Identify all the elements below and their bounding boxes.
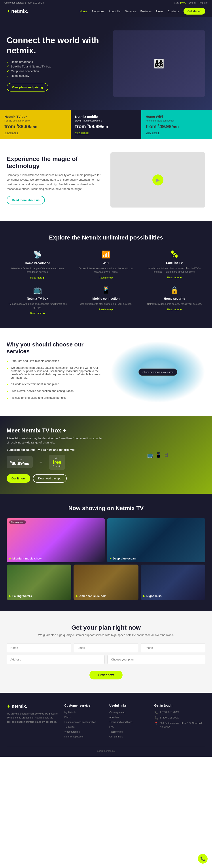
- footer-bottom: socialthemes.co: [7, 746, 205, 752]
- shows-bottom-row: Falling Waters American slide box Night …: [7, 564, 205, 600]
- experience-description: Company trustworthiness and service reli…: [7, 173, 102, 191]
- hero-photo: 👨‍👩‍👧‍👦: [113, 30, 205, 97]
- explore-mobile: 📱 Mobile connection Use our router to st…: [75, 286, 137, 315]
- nav-features[interactable]: Features: [140, 10, 152, 13]
- order-now-button[interactable]: Order now: [89, 671, 123, 679]
- service-card-mobile: Netmix mobile stay in touch everywhere f…: [71, 110, 141, 139]
- plan-input[interactable]: [107, 655, 205, 664]
- service-card-link[interactable]: View plans ▶: [146, 131, 160, 134]
- explore-wifi: 📶 WiFi Access internet service around yo…: [75, 250, 137, 279]
- service-card-link[interactable]: View plans ▶: [4, 131, 19, 134]
- plus-separator: +: [39, 459, 43, 465]
- explore-item-title: Home security: [143, 297, 205, 300]
- explore-item-title: Home broadband: [7, 261, 69, 265]
- explore-title: Explore the Netmix unlimited possibiliti…: [7, 234, 205, 242]
- explore-item-link[interactable]: Read more ▶: [99, 308, 113, 311]
- phone-input[interactable]: [141, 643, 205, 652]
- explore-item-desc: Use our router to stay online on all you…: [75, 302, 137, 306]
- service-card-title: Home WiFi: [146, 115, 208, 118]
- get-plan-description: We guarantee high-quality customer suppo…: [7, 633, 205, 637]
- phone-icon: 📞: [154, 711, 158, 714]
- top-bar-right: Cart: $0.00 Log In Register: [174, 1, 208, 4]
- footer-phone-2: 📞 1 (800) 116 20 20: [154, 716, 205, 720]
- explore-item-title: Satellite TV: [143, 261, 205, 265]
- email-input[interactable]: [74, 643, 138, 652]
- footer-cs-link[interactable]: TV Guide: [64, 725, 74, 728]
- explore-item-link[interactable]: Read more ▶: [167, 276, 182, 279]
- view-plans-button[interactable]: View plans and pricing: [7, 83, 48, 92]
- tvbox-title: Meet Netmix TV box +: [7, 427, 102, 434]
- feature-item: Home security: [7, 74, 106, 78]
- footer-ul-link[interactable]: Terms and conditions: [109, 721, 132, 723]
- footer-ul-link[interactable]: Testimonials: [109, 731, 123, 733]
- top-bar: Customer service: 1 (800) 310 20 20 Cart…: [0, 0, 212, 5]
- show-title: Falling Waters: [9, 594, 32, 598]
- wifi-icon: 📶: [75, 250, 137, 259]
- explore-broadband: 📡 Home broadband We offer a fantastic ra…: [7, 250, 69, 279]
- footer-address: 📍 926 Patterson ave. office 127 New Holl…: [154, 721, 205, 728]
- satellite-icon: 🛰: [143, 250, 205, 258]
- show-card-american[interactable]: American slide box: [74, 564, 138, 600]
- footer-grid: ✦ netmix. We provide entertainment servi…: [7, 704, 205, 739]
- hero-features: Home broadband Satellite TV and Netmix T…: [7, 60, 106, 78]
- show-card-deepblue[interactable]: Deep blue ocean: [107, 518, 205, 562]
- service-card-price: from $59.99/mo: [75, 124, 137, 129]
- show-title: Night Talks: [143, 594, 162, 598]
- explore-tvbox: 📺 Netmix TV box TV packages with plans a…: [7, 286, 69, 315]
- login-link[interactable]: Log In: [189, 1, 196, 4]
- nav-home[interactable]: Home: [80, 10, 87, 13]
- site-logo: ✦ netmix.: [7, 8, 28, 14]
- footer-contact-title: Get in touch: [154, 704, 205, 707]
- service-card-link[interactable]: View plans ▶: [75, 131, 89, 134]
- coverage-button[interactable]: Check coverage in your area: [138, 369, 178, 376]
- footer-cs-link[interactable]: Plans: [64, 716, 71, 718]
- explore-item-link[interactable]: Read more ▶: [167, 308, 182, 311]
- show-card-falling[interactable]: Falling Waters: [7, 564, 71, 600]
- footer-about: ✦ netmix. We provide entertainment servi…: [7, 704, 58, 739]
- experience-section: Experience the magic of technology Compa…: [0, 139, 212, 221]
- experience-image: 👨‍👩‍👧 ▶: [110, 152, 205, 208]
- get-it-now-button[interactable]: Get it now: [7, 474, 30, 483]
- tvbox-price-box: from $88.99/mo: [7, 456, 33, 468]
- nav-links: Home Packages About Us Services Features…: [80, 8, 205, 14]
- why-item: Ultra-fast and ultra-reliable connection: [7, 359, 102, 363]
- footer-ul-link[interactable]: Coverage map: [109, 711, 125, 714]
- nav-services[interactable]: Services: [125, 10, 136, 13]
- nav-contacts[interactable]: Contacts: [168, 10, 179, 13]
- show-card-night[interactable]: Night Talks: [141, 564, 205, 600]
- footer-ul-link[interactable]: About us: [109, 716, 119, 718]
- service-card-wifi: Home WiFi for comfortable connection fro…: [141, 110, 212, 139]
- why-choose-section: Why you should choose our services Ultra…: [0, 328, 212, 416]
- explore-item-link[interactable]: Read more ▶: [30, 276, 45, 279]
- nav-packages[interactable]: Packages: [91, 10, 104, 13]
- show-card-midnight[interactable]: Coming soon Midnight music show: [7, 518, 105, 562]
- service-card-subtitle: For the best family time: [4, 119, 66, 122]
- nav-news[interactable]: News: [156, 10, 163, 13]
- why-item: All kinds of entertainment in one place: [7, 382, 102, 386]
- download-app-button[interactable]: Download the app: [33, 474, 67, 483]
- explore-item-link[interactable]: Read more ▶: [30, 312, 45, 314]
- footer-cs-link[interactable]: My Netmix: [64, 711, 76, 714]
- footer-cs-link[interactable]: Video tutorials: [64, 731, 80, 733]
- experience-photo: 👨‍👩‍👧 ▶: [110, 152, 205, 208]
- name-input[interactable]: [7, 643, 71, 652]
- free-period: 3 month: [53, 465, 61, 467]
- get-plan-section: Get your plan right now We guarantee hig…: [0, 611, 212, 693]
- nav-about[interactable]: About Us: [109, 10, 121, 13]
- phone-icon-2: 📞: [154, 716, 158, 720]
- footer-cs-link[interactable]: Connection and configuration: [64, 721, 96, 723]
- footer-ul-link[interactable]: Our partners: [109, 735, 123, 738]
- feature-item: Get phone connection: [7, 69, 106, 73]
- why-list: Ultra-fast and ultra-reliable connection…: [7, 359, 102, 400]
- address-input[interactable]: [7, 655, 105, 664]
- get-started-button[interactable]: Get started: [184, 8, 205, 14]
- footer-ul-link[interactable]: FAQ: [109, 725, 114, 728]
- tvbox-subscribe-text: Subscribe for Netmix TV box now and get …: [7, 448, 102, 452]
- play-button[interactable]: ▶: [152, 175, 163, 185]
- footer-ul-title: Useful links: [109, 704, 148, 707]
- explore-section: Explore the Netmix unlimited possibiliti…: [0, 221, 212, 328]
- register-link[interactable]: Register: [198, 1, 208, 4]
- explore-item-link[interactable]: Read more ▶: [99, 276, 113, 279]
- footer-cs-link[interactable]: Netmix application: [64, 735, 84, 738]
- read-more-button[interactable]: Read more about us: [7, 196, 45, 205]
